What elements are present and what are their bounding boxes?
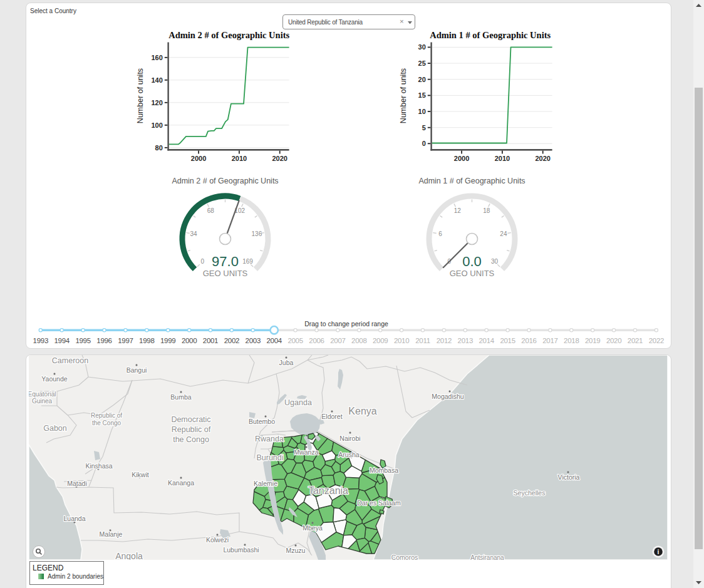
svg-text:Dar es Salaam: Dar es Salaam	[357, 499, 401, 507]
svg-text:34: 34	[190, 230, 198, 237]
svg-text:2010: 2010	[232, 155, 247, 162]
svg-text:0: 0	[422, 140, 426, 147]
svg-text:2005: 2005	[287, 337, 303, 344]
svg-text:Yaounde: Yaounde	[41, 375, 67, 383]
svg-text:1997: 1997	[118, 337, 133, 344]
svg-text:2000: 2000	[454, 155, 469, 162]
svg-text:2016: 2016	[521, 337, 536, 344]
svg-text:1995: 1995	[75, 337, 90, 344]
svg-text:Kalemie: Kalemie	[254, 480, 277, 487]
svg-text:2011: 2011	[415, 337, 430, 344]
svg-text:Uganda: Uganda	[284, 398, 312, 407]
svg-text:Luanda: Luanda	[63, 515, 85, 522]
svg-text:Bangui: Bangui	[127, 366, 147, 374]
svg-text:Butembo: Butembo	[249, 418, 275, 425]
svg-text:Gabon: Gabon	[43, 424, 67, 433]
svg-text:2018: 2018	[564, 337, 579, 344]
svg-text:the Congo: the Congo	[92, 420, 122, 426]
svg-text:120: 120	[151, 99, 162, 106]
svg-text:Mzuzu: Mzuzu	[286, 547, 306, 554]
svg-text:0.0: 0.0	[462, 254, 482, 269]
svg-text:Kikwit: Kikwit	[132, 471, 149, 478]
svg-text:Burundi: Burundi	[256, 453, 283, 462]
svg-text:GEO UNITS: GEO UNITS	[203, 269, 248, 278]
svg-text:Mwanza: Mwanza	[294, 448, 318, 456]
svg-text:Republic of: Republic of	[91, 412, 122, 419]
svg-text:100: 100	[151, 121, 162, 129]
svg-text:Victoria: Victoria	[558, 473, 580, 481]
svg-text:20: 20	[418, 76, 426, 83]
svg-text:0: 0	[201, 258, 205, 265]
svg-text:Comoros: Comoros	[391, 554, 418, 560]
svg-text:Kinshasa: Kinshasa	[85, 462, 112, 470]
svg-text:Cameroon: Cameroon	[52, 356, 88, 365]
svg-text:169: 169	[242, 258, 253, 265]
svg-text:25: 25	[418, 59, 426, 67]
svg-text:97.0: 97.0	[212, 254, 239, 269]
svg-text:Bumba: Bumba	[170, 393, 191, 401]
svg-text:Mbeya: Mbeya	[303, 524, 323, 532]
svg-text:2021: 2021	[628, 337, 643, 344]
svg-text:1996: 1996	[96, 337, 111, 344]
svg-text:30: 30	[418, 43, 426, 51]
svg-text:2015: 2015	[500, 337, 515, 344]
svg-text:160: 160	[151, 54, 162, 61]
svg-text:Kolwezi: Kolwezi	[206, 536, 229, 544]
svg-text:Admin 2 # of Geographic Units: Admin 2 # of Geographic Units	[168, 30, 289, 40]
svg-text:Lubumbashi: Lubumbashi	[223, 546, 259, 554]
svg-text:140: 140	[151, 76, 162, 84]
svg-text:2001: 2001	[203, 337, 218, 344]
svg-text:2003: 2003	[246, 337, 261, 344]
svg-text:Angola: Angola	[115, 551, 143, 560]
svg-text:2022: 2022	[649, 337, 664, 344]
svg-text:Equatorial: Equatorial	[29, 391, 56, 398]
svg-text:the Congo: the Congo	[173, 435, 209, 444]
svg-text:136: 136	[252, 230, 262, 237]
svg-text:2012: 2012	[437, 337, 452, 344]
svg-text:1993: 1993	[33, 337, 48, 344]
svg-text:2010: 2010	[495, 155, 510, 162]
svg-text:Rwanda: Rwanda	[255, 435, 284, 443]
svg-text:Number of units: Number of units	[136, 68, 145, 123]
svg-text:Malanje: Malanje	[100, 530, 123, 538]
svg-text:2004: 2004	[267, 337, 282, 344]
svg-text:2013: 2013	[458, 337, 473, 344]
svg-text:Seychelles: Seychelles	[514, 489, 546, 497]
svg-text:Tanzania: Tanzania	[308, 485, 348, 496]
svg-text:18: 18	[483, 207, 490, 214]
svg-text:6: 6	[438, 230, 442, 237]
svg-text:Republic of: Republic of	[172, 425, 211, 434]
svg-text:1998: 1998	[139, 337, 154, 344]
svg-text:24: 24	[500, 230, 507, 237]
svg-text:2000: 2000	[182, 337, 197, 344]
svg-text:2009: 2009	[373, 337, 388, 344]
svg-text:80: 80	[155, 144, 163, 152]
svg-text:Democratic: Democratic	[171, 415, 210, 424]
svg-text:Mogadishu: Mogadishu	[432, 393, 464, 400]
svg-text:2000: 2000	[191, 155, 206, 162]
svg-text:10: 10	[418, 108, 426, 115]
svg-text:Admin 1 # of Geographic Units: Admin 1 # of Geographic Units	[430, 30, 551, 40]
svg-text:5: 5	[422, 124, 426, 132]
svg-text:2017: 2017	[542, 337, 557, 344]
svg-text:2014: 2014	[479, 337, 495, 344]
svg-text:Guinea: Guinea	[32, 398, 53, 405]
svg-text:1994: 1994	[54, 337, 70, 344]
svg-text:Admin 2 # of Geographic Units: Admin 2 # of Geographic Units	[172, 177, 278, 185]
svg-text:Kananga: Kananga	[168, 479, 194, 487]
svg-text:Nairobi: Nairobi	[339, 435, 360, 442]
svg-text:Kenya: Kenya	[348, 406, 376, 416]
svg-text:GEO UNITS: GEO UNITS	[450, 269, 495, 278]
svg-text:Matadi: Matadi	[67, 480, 87, 487]
svg-text:2019: 2019	[585, 337, 600, 344]
svg-text:2010: 2010	[394, 337, 409, 344]
svg-text:1999: 1999	[160, 337, 175, 344]
svg-text:30: 30	[491, 258, 499, 265]
svg-text:Arusha: Arusha	[338, 451, 359, 458]
svg-text:Drag to change period range: Drag to change period range	[304, 320, 388, 328]
svg-text:Antsiranana: Antsiranana	[470, 554, 504, 560]
svg-text:2006: 2006	[309, 337, 324, 344]
svg-text:Juba: Juba	[279, 359, 294, 366]
svg-text:2020: 2020	[272, 155, 287, 162]
svg-text:2020: 2020	[606, 337, 621, 344]
